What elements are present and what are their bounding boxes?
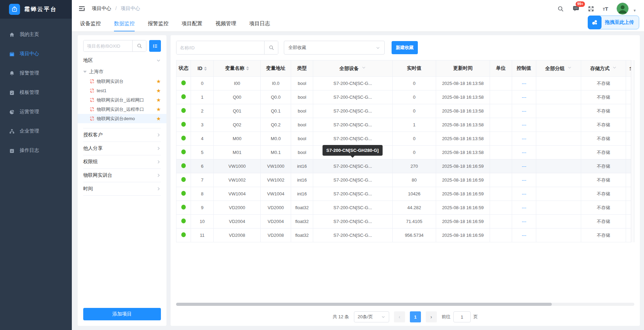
sidebar-item-home[interactable]: 我的主页 xyxy=(0,25,72,44)
page-number-button[interactable]: 1 xyxy=(410,311,421,322)
panel-section-4[interactable]: 物联网实训台 xyxy=(83,169,161,182)
panel-section-2[interactable]: 他人分享 xyxy=(83,142,161,155)
chevron-down-icon[interactable] xyxy=(567,65,572,70)
cell-control[interactable]: --- xyxy=(512,187,536,201)
table-row[interactable]: 8VW1004VW1004int16S7-200-CN[SC-G...10426… xyxy=(176,187,635,201)
cell-control[interactable]: --- xyxy=(512,173,536,187)
next-page-button[interactable]: › xyxy=(426,311,437,322)
project-search-input[interactable] xyxy=(84,40,132,51)
avatar-caret-icon[interactable]: ▼ xyxy=(633,9,636,12)
tree-project-item[interactable]: 物联网实训台_远程串口★ xyxy=(78,105,166,114)
goto-page-input[interactable] xyxy=(453,311,471,322)
cell-control[interactable]: --- xyxy=(512,118,536,132)
cell-control[interactable]: --- xyxy=(512,201,536,215)
favorite-star-icon[interactable]: ★ xyxy=(156,88,161,94)
table-row[interactable]: 4M00M0.0boolS7-200-CN[SC-G...02025-08-18… xyxy=(176,132,635,146)
font-size-icon[interactable]: TT xyxy=(603,6,608,11)
table-row[interactable]: 0I00I0.0boolS7-200-CN[SC-G...02025-08-18… xyxy=(176,77,635,90)
panel-section-3[interactable]: 权限组 xyxy=(83,155,161,169)
sidebar-collapse-icon[interactable] xyxy=(78,5,86,12)
page-size-select[interactable]: 20条/页 xyxy=(354,311,389,322)
sidebar-item-project[interactable]: 项目中心 xyxy=(0,44,72,64)
horizontal-scrollbar-thumb[interactable] xyxy=(176,303,552,306)
tab-6[interactable]: 项目日志 xyxy=(249,20,270,31)
tab-1[interactable]: 设备监控 xyxy=(80,20,101,31)
cell-control[interactable]: --- xyxy=(512,77,536,90)
cell-control[interactable]: --- xyxy=(512,146,536,159)
column-header-3[interactable]: 变量名称 xyxy=(214,60,261,77)
cell-device[interactable]: S7-200-CN[SC-G... xyxy=(313,90,393,104)
table-row[interactable]: 7VW1002VW1002int16S7-200-CN[SC-G...80202… xyxy=(176,173,635,187)
add-project-button[interactable]: 添加项目 xyxy=(83,308,161,320)
column-header-11[interactable]: 全部分组 xyxy=(536,60,581,77)
table-row[interactable]: 6VW1000VW1000int16S7-200-CN[SC-G...27020… xyxy=(176,159,635,173)
sort-icon[interactable] xyxy=(246,66,249,70)
variable-search-button[interactable] xyxy=(264,41,278,54)
cell-device[interactable]: S7-200-CN[SC-G... xyxy=(313,104,393,118)
table-row[interactable]: 1Q00Q0.0boolS7-200-CN[SC-G...02025-08-18… xyxy=(176,90,635,104)
cell-device[interactable]: S7-200-CN[SC-G... xyxy=(313,187,393,201)
sidebar-item-operation[interactable]: 运营管理 xyxy=(0,102,72,122)
sidebar-item-template[interactable]: 模板管理 xyxy=(0,83,72,102)
cell-control[interactable]: --- xyxy=(512,104,536,118)
cell-device[interactable]: S7-200-CN[SC-G... xyxy=(313,173,393,187)
cell-control[interactable]: --- xyxy=(512,159,536,173)
tab-4[interactable]: 项目配置 xyxy=(182,20,202,31)
sidebar-item-logs[interactable]: 操作日志 xyxy=(0,141,72,160)
tab-5[interactable]: 视频管理 xyxy=(215,20,236,31)
chevron-down-icon[interactable] xyxy=(612,65,617,70)
tree-project-item[interactable]: 物联网实训台★ xyxy=(78,77,166,86)
sidebar-item-alarm[interactable]: 报警管理 xyxy=(0,64,72,83)
panel-section-1[interactable]: 授权客户 xyxy=(83,128,161,142)
breadcrumb-parent[interactable]: 项目中心 xyxy=(92,6,111,11)
messages-icon[interactable]: 99+ xyxy=(573,5,579,12)
search-icon[interactable] xyxy=(557,5,564,12)
cell-control[interactable]: --- xyxy=(512,132,536,146)
tab-3[interactable]: 报警监控 xyxy=(148,20,169,31)
column-header-12[interactable]: 存储方式 xyxy=(581,60,626,77)
cell-control[interactable]: --- xyxy=(512,229,536,242)
tree-project-item[interactable]: 物联网实训台demo★ xyxy=(78,114,166,123)
variable-search-input[interactable] xyxy=(176,41,264,54)
region-section-header[interactable]: 地区 xyxy=(83,57,161,64)
cell-control[interactable]: --- xyxy=(512,215,536,229)
column-header-6[interactable]: 全部设备 xyxy=(313,60,393,77)
tree-project-item[interactable]: test1★ xyxy=(78,86,166,95)
cell-device[interactable]: S7-200-CN[SC-G... xyxy=(313,215,393,229)
favorite-star-icon[interactable]: ★ xyxy=(156,106,161,113)
collection-filter-select[interactable]: 全部收藏 xyxy=(284,41,385,55)
chevron-down-icon[interactable] xyxy=(362,65,366,70)
table-row[interactable]: 2Q01Q0.1boolS7-200-CN[SC-G...02025-08-18… xyxy=(176,104,635,118)
tree-expand-icon[interactable] xyxy=(83,71,87,73)
sidebar-item-enterprise[interactable]: 企业管理 xyxy=(0,122,72,141)
sort-icon[interactable] xyxy=(204,67,207,71)
table-row[interactable]: 11VD2008VD2008float32S7-200-CN[SC-G...95… xyxy=(176,229,635,242)
fullscreen-icon[interactable] xyxy=(588,5,595,12)
user-avatar[interactable] xyxy=(616,2,629,15)
favorite-star-icon[interactable]: ★ xyxy=(156,97,161,103)
cell-device[interactable]: S7-200-CN[SC-G... xyxy=(313,229,393,242)
new-collection-button[interactable]: 新建收藏 xyxy=(392,41,418,54)
cell-device[interactable]: S7-200-CN[SC-G... xyxy=(313,201,393,215)
tree-node-city[interactable]: 上海市 xyxy=(83,67,161,77)
tree-project-item[interactable]: 物联网实训台_远程网口★ xyxy=(78,95,166,105)
table-row[interactable]: 10VD2004VD2004float32S7-200-CN[SC-G...71… xyxy=(176,215,635,229)
vertical-scrollbar[interactable] xyxy=(631,60,634,242)
favorite-star-icon[interactable]: ★ xyxy=(156,116,161,122)
favorite-star-icon[interactable]: ★ xyxy=(156,78,161,85)
cell-device[interactable]: S7-200-CN[SC-G... xyxy=(313,159,393,173)
project-list-view-button[interactable] xyxy=(149,40,161,52)
project-search-button[interactable] xyxy=(132,40,146,51)
cell-device[interactable]: S7-200-CN[SC-G... xyxy=(313,118,393,132)
prev-page-button[interactable]: ‹ xyxy=(394,311,405,322)
table-row[interactable]: 3Q02Q0.2boolS7-200-CN[SC-G...12025-08-18… xyxy=(176,118,635,132)
cell-device[interactable]: S7-200-CN[SC-G... xyxy=(313,132,393,146)
cell-control[interactable]: --- xyxy=(512,90,536,104)
tab-2[interactable]: 数据监控 xyxy=(114,20,135,31)
cell-device[interactable]: S7-200-CN[SC-G... xyxy=(313,77,393,90)
table-row[interactable]: 9VD2000VD2000float32S7-200-CN[SC-G...44.… xyxy=(176,201,635,215)
column-header-2[interactable]: ID xyxy=(191,60,214,77)
table-row[interactable]: 5M01M0.1boolS7-200-CN[SC-G...02025-08-18… xyxy=(176,146,635,159)
upload-dropzone[interactable]: 拖拽至此上传 xyxy=(588,16,639,29)
panel-section-5[interactable]: 时间 xyxy=(83,182,161,196)
